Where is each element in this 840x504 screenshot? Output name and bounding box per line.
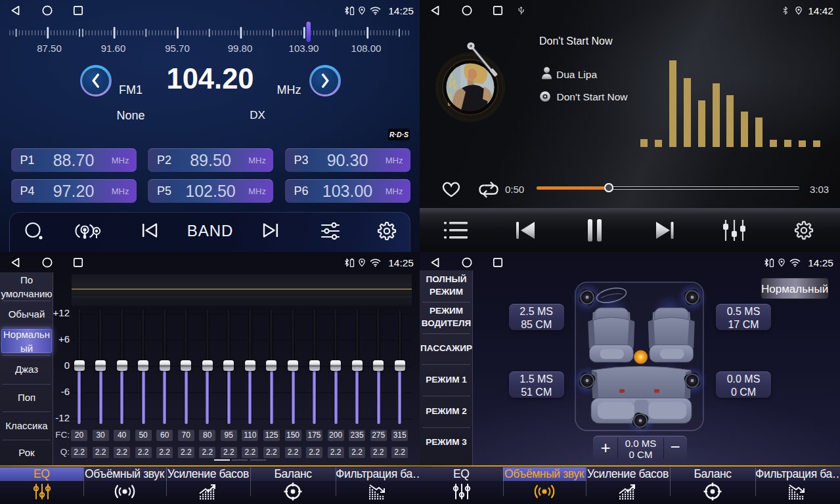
svg-text:108.00: 108.00	[351, 43, 382, 54]
svg-text:99.80: 99.80	[228, 43, 253, 54]
svg-text:87.50: 87.50	[37, 43, 62, 54]
svg-text:95.70: 95.70	[165, 43, 190, 54]
svg-text:103.90: 103.90	[289, 43, 319, 54]
svg-text:91.60: 91.60	[101, 43, 126, 54]
